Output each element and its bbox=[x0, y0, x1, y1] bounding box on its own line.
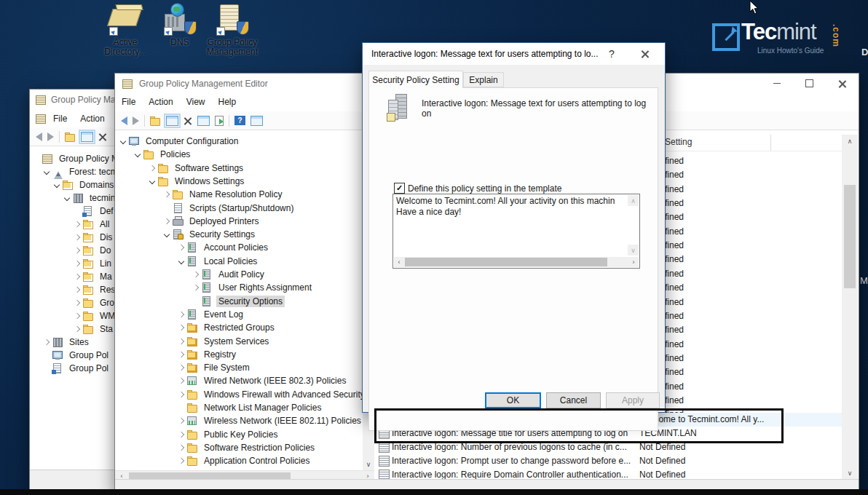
tree-item-security-settings[interactable]: Security Settings bbox=[165, 228, 257, 241]
hscroll-thumb[interactable] bbox=[405, 258, 607, 266]
message-textarea[interactable]: Welcome to Tecmint.com! All your activit… bbox=[392, 194, 640, 269]
chevron-right-icon[interactable] bbox=[74, 287, 80, 293]
show-tree-icon[interactable] bbox=[166, 116, 178, 126]
list-row-clipped[interactable]: fined bbox=[665, 352, 684, 365]
scroll-down-icon[interactable]: ∨ bbox=[363, 458, 374, 470]
chevron-right-icon[interactable] bbox=[193, 285, 199, 290]
help-icon[interactable]: ? bbox=[234, 116, 245, 125]
vscroll-thumb[interactable] bbox=[844, 185, 856, 288]
export-list-icon[interactable] bbox=[215, 116, 224, 126]
tree-item-tecmin[interactable]: tecmin bbox=[65, 191, 116, 205]
chevron-right-icon[interactable] bbox=[164, 191, 170, 197]
gpme-tree-pane[interactable]: Computer ConfigurationPoliciesSoftware S… bbox=[115, 130, 375, 470]
policy-properties-dialog[interactable]: Interactive logon: Message text for user… bbox=[362, 42, 666, 413]
tree-item-res[interactable]: Res bbox=[75, 283, 116, 296]
scroll-down-icon[interactable]: ∨ bbox=[628, 245, 639, 256]
gpm-titlebar[interactable]: Group Policy Ma bbox=[30, 90, 115, 110]
tree-item-def[interactable]: Def bbox=[75, 205, 116, 218]
chevron-down-icon[interactable] bbox=[54, 182, 60, 188]
list-row-clipped[interactable]: fined bbox=[665, 253, 684, 266]
list-row-clipped[interactable]: fined bbox=[665, 394, 684, 408]
tab-explain[interactable]: Explain bbox=[463, 72, 504, 87]
chevron-right-icon[interactable] bbox=[74, 234, 80, 240]
tree-item-dis[interactable]: Dis bbox=[75, 231, 114, 244]
tree-item-application-control-policies[interactable]: Application Control Policies bbox=[179, 454, 312, 467]
chevron-down-icon[interactable] bbox=[164, 231, 170, 237]
tree-item-computer-configuration[interactable]: Computer Configuration bbox=[121, 135, 240, 148]
tree-item-public-key-policies[interactable]: Public Key Policies bbox=[179, 428, 280, 441]
scroll-down-icon[interactable]: ∨ bbox=[842, 467, 858, 480]
list-row-clipped[interactable]: fined bbox=[665, 267, 684, 281]
list-row-interactive-logon-number-of-previous-log[interactable]: Interactive logon: Number of previous lo… bbox=[374, 440, 842, 454]
chevron-right-icon[interactable] bbox=[193, 272, 199, 277]
chevron-right-icon[interactable] bbox=[178, 418, 184, 424]
tree-item-scripts-startup-shutdown[interactable]: Scripts (Startup/Shutdown) bbox=[165, 202, 296, 215]
list-row-clipped[interactable]: fined bbox=[665, 239, 684, 253]
list-row-clipped[interactable]: fined bbox=[665, 183, 684, 197]
list-row-clipped[interactable]: fined bbox=[665, 380, 684, 394]
chevron-right-icon[interactable] bbox=[74, 248, 80, 253]
delete-icon[interactable] bbox=[184, 116, 192, 125]
list-row-clipped[interactable]: fined bbox=[665, 309, 684, 323]
tree-item-software-restriction-policies[interactable]: Software Restriction Policies bbox=[179, 441, 317, 454]
list-vscrollbar[interactable]: ∧ ∨ bbox=[842, 135, 858, 480]
scroll-up-icon[interactable]: ∧ bbox=[628, 195, 639, 206]
forward-icon[interactable] bbox=[47, 132, 54, 141]
scroll-up-icon[interactable]: ∧ bbox=[842, 135, 858, 148]
list-row-clipped[interactable]: fined bbox=[665, 281, 684, 295]
menu-action[interactable]: Action bbox=[142, 93, 179, 111]
list-row-interactive-logon-require-domain-control[interactable]: Interactive logon: Require Domain Contro… bbox=[374, 468, 842, 480]
tree-item-restricted-groups[interactable]: Restricted Groups bbox=[179, 321, 277, 334]
list-row-interactive-logon-prompt-user-to-change-[interactable]: Interactive logon: Prompt user to change… bbox=[374, 454, 842, 468]
chevron-right-icon[interactable] bbox=[74, 221, 80, 227]
tree-item-wired-network-ieee-802-3-policies[interactable]: Wired Network (IEEE 802.3) Policies bbox=[179, 374, 348, 387]
chevron-right-icon[interactable] bbox=[44, 339, 50, 345]
group-policy-management-window[interactable]: Group Policy Ma FileActionView Group Pol… bbox=[29, 89, 116, 491]
list-row-clipped[interactable]: fined bbox=[665, 168, 684, 182]
tree-item-do[interactable]: Do bbox=[75, 244, 113, 257]
tree-item-windows-settings[interactable]: Windows Settings bbox=[150, 175, 246, 188]
forward-icon[interactable] bbox=[133, 116, 139, 125]
tree-item-local-policies[interactable]: Local Policies bbox=[179, 255, 259, 268]
chevron-right-icon[interactable] bbox=[74, 274, 80, 280]
chevron-right-icon[interactable] bbox=[178, 312, 184, 317]
new-window-icon[interactable] bbox=[250, 116, 263, 126]
chevron-down-icon[interactable] bbox=[44, 169, 50, 175]
tree-item-software-settings[interactable]: Software Settings bbox=[150, 162, 245, 175]
dialog-help-button[interactable]: ? bbox=[609, 48, 615, 60]
chevron-right-icon[interactable] bbox=[178, 445, 184, 451]
back-icon[interactable] bbox=[121, 116, 127, 125]
list-row-clipped[interactable]: fined bbox=[665, 210, 684, 224]
scroll-left-icon[interactable]: ‹ bbox=[394, 257, 404, 267]
close-button[interactable] bbox=[826, 74, 859, 93]
tree-item-group-policy-mar[interactable]: Group Policy Mar bbox=[34, 152, 116, 165]
tree-item-registry[interactable]: Registry bbox=[179, 348, 238, 361]
cancel-button[interactable]: Cancel bbox=[546, 392, 601, 408]
menu-help[interactable]: Help bbox=[212, 93, 243, 111]
ok-button[interactable]: OK bbox=[485, 392, 541, 408]
chevron-down-icon[interactable] bbox=[149, 178, 155, 184]
tree-item-security-options[interactable]: Security Options bbox=[194, 295, 285, 308]
list-row-clipped[interactable]: fined bbox=[665, 323, 684, 337]
tree-item-all[interactable]: All bbox=[75, 218, 111, 231]
desktop-icon-active[interactable]: Active Directory... bbox=[98, 4, 152, 57]
chevron-right-icon[interactable] bbox=[74, 261, 80, 266]
define-policy-checkbox[interactable]: ✓ bbox=[394, 183, 405, 194]
up-folder-icon[interactable] bbox=[65, 132, 76, 142]
tree-item-sta[interactable]: Sta bbox=[75, 322, 115, 336]
list-row-clipped[interactable]: fined bbox=[665, 197, 684, 210]
desktop-icon-group-policy[interactable]: Group Policy Management bbox=[205, 4, 259, 57]
chevron-right-icon[interactable] bbox=[178, 378, 184, 384]
tree-item-forest-tecmin[interactable]: Forest: tecmin bbox=[44, 165, 116, 178]
chevron-right-icon[interactable] bbox=[178, 325, 184, 330]
setting-column-header[interactable]: Setting bbox=[665, 137, 692, 147]
chevron-down-icon[interactable] bbox=[120, 138, 126, 144]
show-tree-icon[interactable] bbox=[81, 132, 93, 142]
minimize-button[interactable] bbox=[760, 74, 793, 93]
hscroll-thumb[interactable] bbox=[129, 472, 291, 479]
up-folder-icon[interactable] bbox=[150, 116, 161, 126]
list-row-clipped[interactable]: fined bbox=[665, 365, 684, 379]
tree-item-audit-policy[interactable]: Audit Policy bbox=[194, 268, 267, 281]
menu-file[interactable]: File bbox=[47, 110, 74, 128]
menu-action[interactable]: Action bbox=[74, 110, 111, 128]
